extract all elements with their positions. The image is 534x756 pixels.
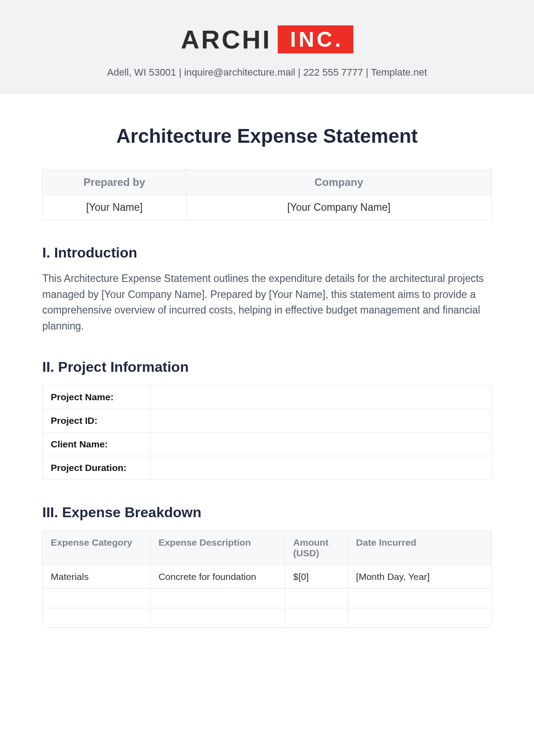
table-row: Materials Concrete for foundation $[0] [… <box>43 565 492 588</box>
expense-amount-cell[interactable] <box>285 588 348 608</box>
meta-table: Prepared by Company [Your Name] [Your Co… <box>42 169 492 220</box>
project-duration-label: Project Duration: <box>43 456 150 479</box>
expense-date-cell[interactable]: [Month Day, Year] <box>348 565 492 588</box>
logo-text-inc: INC. <box>278 25 353 53</box>
logo-text-archi: ARCHI <box>181 24 271 54</box>
expense-description-cell[interactable]: Concrete for foundation <box>150 565 285 588</box>
expense-breakdown-table: Expense Category Expense Description Amo… <box>42 531 492 628</box>
expense-description-cell[interactable] <box>150 588 285 608</box>
meta-header-prepared-by: Prepared by <box>43 170 186 195</box>
header-banner: ARCHI INC. Adell, WI 53001 | inquire@arc… <box>0 0 534 94</box>
col-expense-category: Expense Category <box>43 531 150 565</box>
expense-date-cell[interactable] <box>348 588 492 608</box>
table-row <box>43 588 492 608</box>
expense-amount-cell[interactable]: $[0] <box>285 565 348 588</box>
document-content: Architecture Expense Statement Prepared … <box>0 94 534 628</box>
document-title: Architecture Expense Statement <box>42 125 492 147</box>
col-expense-description: Expense Description <box>150 531 285 565</box>
client-name-value[interactable] <box>150 432 492 456</box>
client-name-label: Client Name: <box>43 432 150 456</box>
table-row <box>43 608 492 627</box>
project-duration-value[interactable] <box>150 456 492 479</box>
logo: ARCHI INC. <box>181 24 353 54</box>
meta-value-prepared-by[interactable]: [Your Name] <box>43 195 186 220</box>
meta-value-row: [Your Name] [Your Company Name] <box>43 195 492 220</box>
expense-description-cell[interactable] <box>150 608 285 627</box>
table-row: Project ID: <box>43 409 492 432</box>
meta-value-company[interactable]: [Your Company Name] <box>186 195 491 220</box>
section-heading-introduction: I. Introduction <box>42 245 492 261</box>
col-amount: Amount (USD) <box>285 531 348 565</box>
project-id-value[interactable] <box>150 409 492 432</box>
expense-category-cell[interactable] <box>43 608 150 627</box>
project-name-label: Project Name: <box>43 385 150 409</box>
section-heading-expense-breakdown: III. Expense Breakdown <box>42 504 492 521</box>
expense-category-cell[interactable]: Materials <box>43 565 150 588</box>
expense-date-cell[interactable] <box>348 608 492 627</box>
contact-line: Adell, WI 53001 | inquire@architecture.m… <box>0 67 534 78</box>
project-name-value[interactable] <box>150 385 492 409</box>
table-row: Project Duration: <box>43 456 492 479</box>
section-heading-project-info: II. Project Information <box>42 359 492 375</box>
project-id-label: Project ID: <box>43 409 150 432</box>
meta-header-company: Company <box>186 170 491 195</box>
project-info-table: Project Name: Project ID: Client Name: P… <box>42 385 492 480</box>
table-row: Project Name: <box>43 385 492 409</box>
meta-header-row: Prepared by Company <box>43 170 492 195</box>
col-date-incurred: Date Incurred <box>348 531 492 565</box>
breakdown-header-row: Expense Category Expense Description Amo… <box>43 531 492 565</box>
expense-amount-cell[interactable] <box>285 608 348 627</box>
introduction-body: This Architecture Expense Statement outl… <box>42 271 492 334</box>
table-row: Client Name: <box>43 432 492 456</box>
expense-category-cell[interactable] <box>43 588 150 608</box>
